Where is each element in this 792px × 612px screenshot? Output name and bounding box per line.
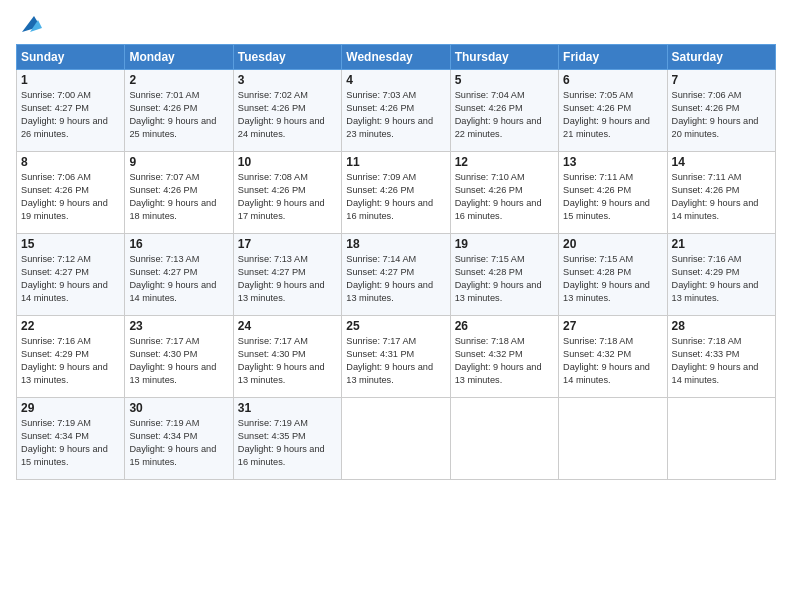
day-cell: 23 Sunrise: 7:17 AM Sunset: 4:30 PM Dayl… — [125, 316, 233, 398]
day-number: 17 — [238, 237, 337, 251]
col-header-saturday: Saturday — [667, 45, 775, 70]
day-cell: 8 Sunrise: 7:06 AM Sunset: 4:26 PM Dayli… — [17, 152, 125, 234]
day-cell: 28 Sunrise: 7:18 AM Sunset: 4:33 PM Dayl… — [667, 316, 775, 398]
col-header-wednesday: Wednesday — [342, 45, 450, 70]
day-info: Sunrise: 7:08 AM Sunset: 4:26 PM Dayligh… — [238, 171, 337, 223]
day-number: 28 — [672, 319, 771, 333]
day-cell: 21 Sunrise: 7:16 AM Sunset: 4:29 PM Dayl… — [667, 234, 775, 316]
day-cell: 10 Sunrise: 7:08 AM Sunset: 4:26 PM Dayl… — [233, 152, 341, 234]
day-info: Sunrise: 7:05 AM Sunset: 4:26 PM Dayligh… — [563, 89, 662, 141]
day-cell — [342, 398, 450, 480]
day-info: Sunrise: 7:16 AM Sunset: 4:29 PM Dayligh… — [672, 253, 771, 305]
day-info: Sunrise: 7:18 AM Sunset: 4:32 PM Dayligh… — [563, 335, 662, 387]
day-cell: 11 Sunrise: 7:09 AM Sunset: 4:26 PM Dayl… — [342, 152, 450, 234]
page: SundayMondayTuesdayWednesdayThursdayFrid… — [0, 0, 792, 612]
day-number: 19 — [455, 237, 554, 251]
day-number: 18 — [346, 237, 445, 251]
day-cell: 20 Sunrise: 7:15 AM Sunset: 4:28 PM Dayl… — [559, 234, 667, 316]
day-info: Sunrise: 7:18 AM Sunset: 4:33 PM Dayligh… — [672, 335, 771, 387]
col-header-sunday: Sunday — [17, 45, 125, 70]
logo-icon — [18, 12, 42, 36]
day-info: Sunrise: 7:06 AM Sunset: 4:26 PM Dayligh… — [21, 171, 120, 223]
day-number: 14 — [672, 155, 771, 169]
col-header-thursday: Thursday — [450, 45, 558, 70]
day-cell: 18 Sunrise: 7:14 AM Sunset: 4:27 PM Dayl… — [342, 234, 450, 316]
day-info: Sunrise: 7:07 AM Sunset: 4:26 PM Dayligh… — [129, 171, 228, 223]
day-info: Sunrise: 7:03 AM Sunset: 4:26 PM Dayligh… — [346, 89, 445, 141]
day-cell: 7 Sunrise: 7:06 AM Sunset: 4:26 PM Dayli… — [667, 70, 775, 152]
day-number: 6 — [563, 73, 662, 87]
day-info: Sunrise: 7:14 AM Sunset: 4:27 PM Dayligh… — [346, 253, 445, 305]
day-cell: 12 Sunrise: 7:10 AM Sunset: 4:26 PM Dayl… — [450, 152, 558, 234]
logo — [16, 12, 42, 36]
day-number: 16 — [129, 237, 228, 251]
day-cell: 5 Sunrise: 7:04 AM Sunset: 4:26 PM Dayli… — [450, 70, 558, 152]
day-number: 21 — [672, 237, 771, 251]
day-number: 4 — [346, 73, 445, 87]
day-number: 10 — [238, 155, 337, 169]
day-cell: 9 Sunrise: 7:07 AM Sunset: 4:26 PM Dayli… — [125, 152, 233, 234]
col-header-tuesday: Tuesday — [233, 45, 341, 70]
day-info: Sunrise: 7:19 AM Sunset: 4:34 PM Dayligh… — [21, 417, 120, 469]
day-cell: 24 Sunrise: 7:17 AM Sunset: 4:30 PM Dayl… — [233, 316, 341, 398]
day-info: Sunrise: 7:13 AM Sunset: 4:27 PM Dayligh… — [238, 253, 337, 305]
day-number: 23 — [129, 319, 228, 333]
day-info: Sunrise: 7:17 AM Sunset: 4:30 PM Dayligh… — [129, 335, 228, 387]
day-cell — [667, 398, 775, 480]
day-info: Sunrise: 7:10 AM Sunset: 4:26 PM Dayligh… — [455, 171, 554, 223]
day-info: Sunrise: 7:17 AM Sunset: 4:31 PM Dayligh… — [346, 335, 445, 387]
day-number: 9 — [129, 155, 228, 169]
day-info: Sunrise: 7:18 AM Sunset: 4:32 PM Dayligh… — [455, 335, 554, 387]
day-cell: 26 Sunrise: 7:18 AM Sunset: 4:32 PM Dayl… — [450, 316, 558, 398]
day-cell: 15 Sunrise: 7:12 AM Sunset: 4:27 PM Dayl… — [17, 234, 125, 316]
day-cell: 27 Sunrise: 7:18 AM Sunset: 4:32 PM Dayl… — [559, 316, 667, 398]
week-row-5: 29 Sunrise: 7:19 AM Sunset: 4:34 PM Dayl… — [17, 398, 776, 480]
header — [16, 12, 776, 36]
day-cell: 14 Sunrise: 7:11 AM Sunset: 4:26 PM Dayl… — [667, 152, 775, 234]
day-cell: 3 Sunrise: 7:02 AM Sunset: 4:26 PM Dayli… — [233, 70, 341, 152]
day-cell: 30 Sunrise: 7:19 AM Sunset: 4:34 PM Dayl… — [125, 398, 233, 480]
day-info: Sunrise: 7:11 AM Sunset: 4:26 PM Dayligh… — [563, 171, 662, 223]
day-info: Sunrise: 7:09 AM Sunset: 4:26 PM Dayligh… — [346, 171, 445, 223]
day-cell: 2 Sunrise: 7:01 AM Sunset: 4:26 PM Dayli… — [125, 70, 233, 152]
day-number: 31 — [238, 401, 337, 415]
day-info: Sunrise: 7:11 AM Sunset: 4:26 PM Dayligh… — [672, 171, 771, 223]
day-cell: 22 Sunrise: 7:16 AM Sunset: 4:29 PM Dayl… — [17, 316, 125, 398]
day-number: 15 — [21, 237, 120, 251]
day-cell — [450, 398, 558, 480]
day-cell: 6 Sunrise: 7:05 AM Sunset: 4:26 PM Dayli… — [559, 70, 667, 152]
day-cell: 1 Sunrise: 7:00 AM Sunset: 4:27 PM Dayli… — [17, 70, 125, 152]
day-number: 29 — [21, 401, 120, 415]
week-row-2: 8 Sunrise: 7:06 AM Sunset: 4:26 PM Dayli… — [17, 152, 776, 234]
calendar-table: SundayMondayTuesdayWednesdayThursdayFrid… — [16, 44, 776, 480]
day-info: Sunrise: 7:13 AM Sunset: 4:27 PM Dayligh… — [129, 253, 228, 305]
day-number: 20 — [563, 237, 662, 251]
day-number: 13 — [563, 155, 662, 169]
day-number: 2 — [129, 73, 228, 87]
day-number: 3 — [238, 73, 337, 87]
day-number: 25 — [346, 319, 445, 333]
day-cell: 17 Sunrise: 7:13 AM Sunset: 4:27 PM Dayl… — [233, 234, 341, 316]
day-cell: 16 Sunrise: 7:13 AM Sunset: 4:27 PM Dayl… — [125, 234, 233, 316]
day-info: Sunrise: 7:15 AM Sunset: 4:28 PM Dayligh… — [563, 253, 662, 305]
day-number: 30 — [129, 401, 228, 415]
day-info: Sunrise: 7:16 AM Sunset: 4:29 PM Dayligh… — [21, 335, 120, 387]
day-info: Sunrise: 7:04 AM Sunset: 4:26 PM Dayligh… — [455, 89, 554, 141]
day-info: Sunrise: 7:12 AM Sunset: 4:27 PM Dayligh… — [21, 253, 120, 305]
day-number: 12 — [455, 155, 554, 169]
day-info: Sunrise: 7:01 AM Sunset: 4:26 PM Dayligh… — [129, 89, 228, 141]
day-number: 7 — [672, 73, 771, 87]
day-info: Sunrise: 7:06 AM Sunset: 4:26 PM Dayligh… — [672, 89, 771, 141]
day-cell: 4 Sunrise: 7:03 AM Sunset: 4:26 PM Dayli… — [342, 70, 450, 152]
day-number: 5 — [455, 73, 554, 87]
day-number: 11 — [346, 155, 445, 169]
header-row: SundayMondayTuesdayWednesdayThursdayFrid… — [17, 45, 776, 70]
col-header-friday: Friday — [559, 45, 667, 70]
day-info: Sunrise: 7:15 AM Sunset: 4:28 PM Dayligh… — [455, 253, 554, 305]
day-number: 8 — [21, 155, 120, 169]
day-cell: 25 Sunrise: 7:17 AM Sunset: 4:31 PM Dayl… — [342, 316, 450, 398]
day-cell: 31 Sunrise: 7:19 AM Sunset: 4:35 PM Dayl… — [233, 398, 341, 480]
day-number: 22 — [21, 319, 120, 333]
day-info: Sunrise: 7:00 AM Sunset: 4:27 PM Dayligh… — [21, 89, 120, 141]
day-number: 1 — [21, 73, 120, 87]
